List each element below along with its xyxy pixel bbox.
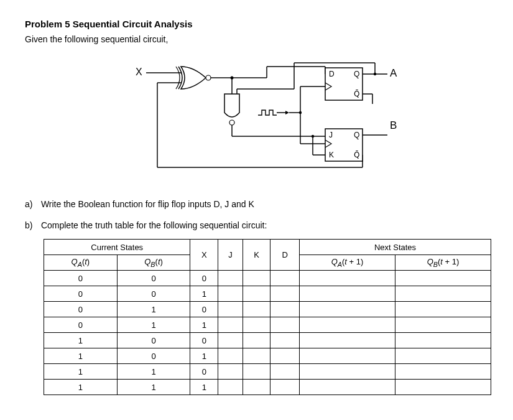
table-cell <box>243 348 270 364</box>
table-cell <box>395 364 491 380</box>
table-cell <box>218 333 243 348</box>
table-cell <box>300 302 395 317</box>
table-cell: 0 <box>117 348 190 364</box>
table-row: 111 <box>44 380 491 395</box>
table-cell <box>300 333 395 348</box>
th-k: K <box>243 240 270 271</box>
th-qb-t: QB(t) <box>117 255 190 271</box>
th-qa-t: QA(t) <box>44 255 118 271</box>
th-qa-t1: QA(t + 1) <box>300 255 395 271</box>
table-cell: 1 <box>190 380 218 395</box>
truth-table: Current States X J K D Next States QA(t)… <box>44 239 491 395</box>
svg-point-8 <box>230 77 233 80</box>
table-cell: 0 <box>190 364 218 380</box>
table-cell <box>300 348 395 364</box>
table-cell: 1 <box>44 380 118 395</box>
table-cell <box>243 302 270 317</box>
qb-letter: b) <box>25 220 39 230</box>
table-cell <box>395 286 491 302</box>
problem-title: Problem 5 Sequential Circuit Analysis <box>25 19 488 29</box>
table-cell: 0 <box>190 333 218 348</box>
table-row: 000 <box>44 271 491 286</box>
table-cell: 0 <box>117 333 190 348</box>
svg-text:A: A <box>390 67 397 79</box>
table-cell <box>218 271 243 286</box>
table-cell: 1 <box>190 286 218 302</box>
table-cell <box>270 380 300 395</box>
table-cell <box>218 364 243 380</box>
svg-point-5 <box>206 75 211 80</box>
table-cell <box>243 333 270 348</box>
circuit-diagram: X <box>25 55 488 182</box>
table-cell <box>300 271 395 286</box>
table-cell <box>395 333 491 348</box>
table-cell: 1 <box>117 380 190 395</box>
table-row: 110 <box>44 364 491 380</box>
truth-table-body: 000001010011100101110111 <box>44 271 491 395</box>
table-cell: 0 <box>44 286 118 302</box>
table-cell <box>270 364 300 380</box>
svg-text:Q: Q <box>354 70 359 78</box>
th-x: X <box>190 240 218 271</box>
qa-text: Write the Boolean function for flip flop… <box>41 199 254 209</box>
th-next-states: Next States <box>300 240 491 255</box>
table-cell <box>270 317 300 333</box>
problem-given: Given the following sequential circuit, <box>25 34 488 44</box>
svg-text:B: B <box>390 119 397 131</box>
table-row: 011 <box>44 317 491 333</box>
table-cell <box>270 286 300 302</box>
table-row: 001 <box>44 286 491 302</box>
qb-text: Complete the truth table for the followi… <box>41 220 267 230</box>
question-b: b) Complete the truth table for the foll… <box>25 220 488 230</box>
svg-text:J: J <box>329 131 333 139</box>
table-row: 101 <box>44 348 491 364</box>
table-row: 010 <box>44 302 491 317</box>
table-cell <box>395 348 491 364</box>
svg-point-12 <box>229 120 234 125</box>
th-qb-t1: QB(t + 1) <box>395 255 491 271</box>
table-cell <box>270 302 300 317</box>
table-cell: 0 <box>44 317 118 333</box>
svg-point-28 <box>298 111 301 114</box>
table-cell: 0 <box>117 271 190 286</box>
table-cell <box>243 271 270 286</box>
table-row: 100 <box>44 333 491 348</box>
table-cell: 0 <box>190 302 218 317</box>
table-cell <box>300 364 395 380</box>
svg-text:Q: Q <box>354 131 359 139</box>
table-cell <box>218 317 243 333</box>
th-j: J <box>218 240 243 271</box>
table-cell <box>270 333 300 348</box>
table-cell <box>395 380 491 395</box>
qa-letter: a) <box>25 199 39 209</box>
table-cell <box>243 317 270 333</box>
table-cell: 0 <box>44 271 118 286</box>
svg-text:K: K <box>329 151 334 159</box>
table-cell <box>218 302 243 317</box>
table-cell <box>395 302 491 317</box>
th-d: D <box>270 240 300 271</box>
table-cell: 0 <box>190 271 218 286</box>
table-cell <box>218 380 243 395</box>
table-cell <box>270 271 300 286</box>
svg-marker-25 <box>285 111 289 114</box>
table-cell: 1 <box>44 364 118 380</box>
table-cell <box>300 380 395 395</box>
table-cell: 1 <box>190 317 218 333</box>
table-cell: 1 <box>117 364 190 380</box>
table-cell: 0 <box>44 302 118 317</box>
table-cell <box>395 317 491 333</box>
svg-text:Q̄: Q̄ <box>354 90 359 98</box>
table-cell: 1 <box>117 317 190 333</box>
table-cell <box>270 348 300 364</box>
th-current-states: Current States <box>44 240 190 255</box>
table-cell <box>395 271 491 286</box>
table-cell: 1 <box>190 348 218 364</box>
table-cell: 1 <box>44 333 118 348</box>
svg-text:D: D <box>329 70 335 78</box>
table-cell <box>243 364 270 380</box>
table-cell <box>300 286 395 302</box>
question-a: a) Write the Boolean function for flip f… <box>25 199 488 209</box>
table-cell <box>218 348 243 364</box>
svg-text:Q̄: Q̄ <box>354 151 359 159</box>
